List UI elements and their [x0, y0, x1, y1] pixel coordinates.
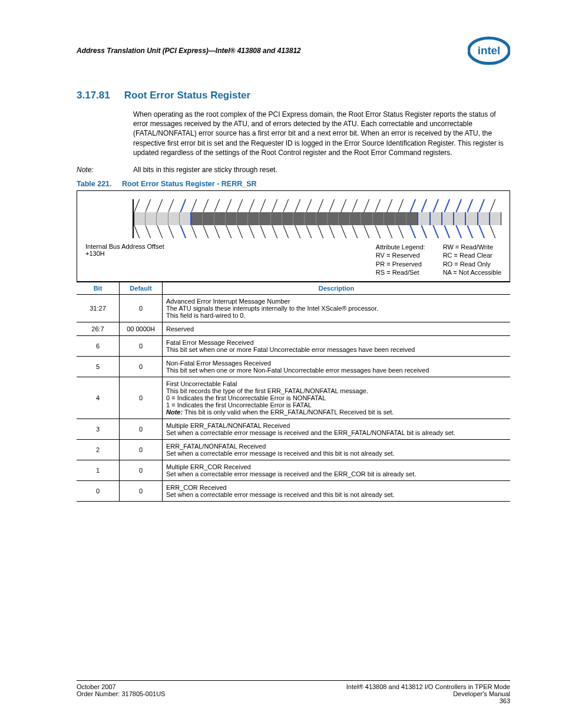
cell-default: 0 [120, 481, 163, 502]
table-row: 10Multiple ERR_COR ReceivedSet when a co… [77, 460, 510, 481]
svg-text:intel: intel [478, 44, 500, 57]
bit-19 [271, 212, 282, 225]
th-default: Default [120, 282, 163, 295]
table-row: 00ERR_COR ReceivedSet when a correctable… [77, 481, 510, 502]
footer-order: Order Number: 317805-001US [77, 690, 165, 697]
bit-7 [406, 212, 418, 225]
cell-default: 0 [120, 377, 163, 419]
th-description: Description [163, 282, 511, 295]
bit-12 [350, 212, 361, 225]
bit-17 [293, 212, 305, 225]
section-number: 3.17.81 [77, 90, 110, 101]
cell-bit: 31:27 [77, 295, 120, 322]
bit-9 [384, 212, 395, 225]
legend-rv: RV = Reserved [376, 251, 425, 259]
footer-manual: Developer's Manual [346, 690, 510, 697]
legend-ro: RO = Read Only [443, 260, 501, 268]
note-text: All bits in this register are sticky thr… [133, 166, 277, 174]
cell-bit: 5 [77, 357, 120, 377]
bit-24 [214, 212, 226, 225]
cell-default: 0 [120, 419, 163, 440]
cell-description: Non-Fatal Error Messages ReceivedThis bi… [163, 357, 511, 377]
section-heading: 3.17.81 Root Error Status Register [77, 90, 510, 101]
bit-15 [316, 212, 328, 225]
th-bit: Bit [77, 282, 120, 295]
footer-pagenum: 363 [346, 697, 510, 704]
legend-rw: RW = Read/Write [443, 243, 501, 251]
cell-bit: 3 [77, 419, 120, 440]
bit-4 [442, 212, 454, 225]
table-row: 30Multiple ERR_FATAL/NONFATAL ReceivedSe… [77, 419, 510, 440]
header-title: Address Translation Unit (PCI Express)—I… [77, 47, 301, 55]
bit-20 [259, 212, 270, 225]
bit-31 [134, 212, 146, 225]
cell-bit: 0 [77, 481, 120, 502]
section-title: Root Error Status Register [124, 90, 250, 101]
cell-default: 00 0000H [120, 322, 163, 336]
cell-description: First Uncorrectable FatalThis bit record… [163, 377, 511, 419]
cell-bit: 2 [77, 440, 120, 460]
cell-description: ERR_COR ReceivedSet when a correctable e… [163, 481, 511, 502]
table-row: 20ERR_FATAL/NONFATAL ReceivedSet when a … [77, 440, 510, 460]
legend-pr: PR = Preserved [376, 260, 425, 268]
bit-18 [282, 212, 293, 225]
table-row: 40First Uncorrectable FatalThis bit reco… [77, 377, 510, 419]
cell-default: 0 [120, 357, 163, 377]
bit-10 [373, 212, 384, 225]
cell-bit: 26:7 [77, 322, 120, 336]
note-label: Note: [77, 166, 133, 174]
cell-bit: 6 [77, 336, 120, 357]
legend-na: NA = Not Accessible [443, 268, 501, 276]
footer-date: October 2007 [77, 683, 165, 690]
note-row: Note: All bits in this register are stic… [77, 166, 510, 174]
table-row: 60Fatal Error Message ReceivedThis bit s… [77, 336, 510, 357]
bit-25 [203, 212, 214, 225]
bit-6 [418, 212, 430, 225]
cell-description: Fatal Error Message ReceivedThis bit set… [163, 336, 511, 357]
page-footer: October 2007 Order Number: 317805-001US … [77, 680, 510, 704]
cell-default: 0 [120, 440, 163, 460]
table-number: Table 221. [77, 180, 112, 188]
bit-13 [339, 212, 350, 225]
bit-5 [431, 212, 442, 225]
register-table: Bit Default Description 31:270Advanced E… [77, 282, 510, 502]
bit-1 [478, 212, 490, 225]
bit-2 [466, 212, 478, 225]
cell-default: 0 [120, 295, 163, 322]
register-diagram: Internal Bus Address Offset +130H Attrib… [77, 190, 510, 282]
footer-product: Intel® 413808 and 413812 I/O Controllers… [346, 683, 510, 690]
table-row: 26:700 0000HReserved [77, 322, 510, 336]
offset-label: Internal Bus Address Offset [85, 243, 164, 250]
cell-bit: 4 [77, 377, 120, 419]
cell-description: Reserved [163, 322, 511, 336]
bit-22 [237, 212, 248, 225]
bit-26 [191, 212, 203, 225]
bit-30 [146, 212, 157, 225]
cell-description: Multiple ERR_FATAL/NONFATAL ReceivedSet … [163, 419, 511, 440]
bit-29 [157, 212, 168, 225]
legend-rc: RC = Read Clear [443, 251, 501, 259]
bit-3 [454, 212, 466, 225]
offset-value: +130H [85, 250, 164, 257]
cell-description: Multiple ERR_COR ReceivedSet when a corr… [163, 460, 511, 481]
table-caption: Table 221. Root Error Status Register - … [77, 180, 510, 188]
bit-8 [395, 212, 406, 225]
bit-11 [361, 212, 372, 225]
bit-14 [328, 212, 339, 225]
legend-title: Attribute Legend: [376, 243, 425, 251]
table-title: Root Error Status Register - RERR_SR [122, 180, 257, 188]
cell-bit: 1 [77, 460, 120, 481]
section-paragraph: When operating as the root complex of th… [133, 110, 510, 157]
intel-logo-icon: intel [468, 35, 510, 66]
table-row: 31:270Advanced Error Interrupt Message N… [77, 295, 510, 322]
table-row: 50Non-Fatal Error Messages ReceivedThis … [77, 357, 510, 377]
cell-description: ERR_FATAL/NONFATAL ReceivedSet when a co… [163, 440, 511, 460]
bit-16 [305, 212, 316, 225]
bit-21 [248, 212, 259, 225]
page-header: Address Translation Unit (PCI Express)—I… [77, 35, 510, 66]
cell-default: 0 [120, 336, 163, 357]
bit-27 [180, 212, 191, 225]
bit-28 [168, 212, 180, 225]
cell-description: Advanced Error Interrupt Message NumberT… [163, 295, 511, 322]
cell-default: 0 [120, 460, 163, 481]
